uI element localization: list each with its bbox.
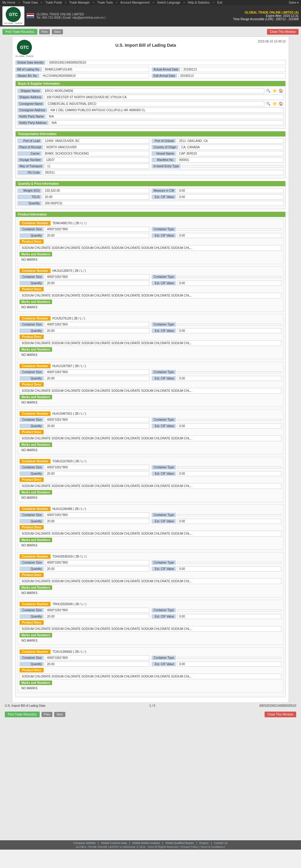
nav-tradetools[interactable]: Trade Tools (97, 1, 113, 4)
marks-value-9: NO MARKS (20, 638, 281, 643)
container-size-group-10: Container Size 4000*1001*900 (20, 655, 149, 660)
container-type-value-9 (177, 610, 281, 611)
container-size-label-1: Container Size (20, 227, 44, 231)
nav-myhome[interactable]: My Home (2, 1, 15, 4)
footer-links: Company Website | Global Customs Data | … (2, 841, 299, 844)
container-qty-group-9: Quantity 20.00 (20, 614, 149, 619)
nav-exit[interactable]: Exit (217, 1, 223, 4)
product-desc-value-3: SODIUM CHLORATE SODIUM CHLORATE SODIUM C… (20, 340, 281, 346)
port-unload-group: Port of Unload 2511: OAKLAND, CA (152, 138, 283, 144)
container-number-label-6: Container Number (20, 459, 51, 464)
container-cif-label-6: Est. CIF Value (152, 471, 176, 476)
product-desc-row-3: Product Desc SODIUM CHLORATE SODIUM CHLO… (20, 335, 281, 346)
container-cif-value-10: 0.00 (177, 661, 281, 667)
next-button-top[interactable]: Next (52, 29, 63, 34)
product-desc-row-6: Product Desc SODIUM CHLORATE SODIUM CHLO… (20, 477, 281, 489)
close-window-bottom-button[interactable]: Close This Window (265, 712, 296, 717)
shipper-name-value: ERCO WORLDWIDE (43, 88, 264, 93)
print-records-top-button[interactable]: Print Trade Record(s) (2, 29, 37, 35)
container-qty-label-6: Quantity (20, 471, 44, 476)
container-qty-group-4: Quantity 20.00 (20, 376, 149, 381)
container-size-group-7: Container Size 4000*1001*900 (20, 513, 149, 518)
container-qty-cif-row-7: Quantity 20.00 Est. CIF Value 0.00 (20, 519, 281, 524)
search-icon[interactable]: 🔍 (266, 88, 271, 93)
container-number-row-1: Container Number TEMU4881701 ( 2B / L / … (20, 221, 281, 225)
home-icon[interactable]: 🏠 (278, 88, 283, 93)
footer-link-customs[interactable]: Global Customs Data (101, 841, 127, 844)
container-size-group-1: Container Size 4000*1001*900 (20, 227, 149, 232)
marks-label-7: Marks and Numbers (20, 538, 52, 542)
edit-arrival-value: 20190213 (178, 73, 286, 79)
consignee-home-icon[interactable]: 🏠 (278, 101, 283, 106)
marks-row-4: Marks and Numbers NO MARKS (20, 395, 281, 405)
consignee-star-icon[interactable]: ⭐ (272, 101, 277, 106)
container-size-value-10: 4000*1001*900 (45, 655, 149, 660)
container-type-group-7: Container Type (152, 513, 281, 518)
container-cif-label-10: Est. CIF Value (152, 662, 176, 666)
container-size-group-2: Container Size 4000*1001*900 (20, 274, 149, 279)
container-size-label-7: Container Size (20, 513, 44, 517)
nav-account[interactable]: Account Management (121, 1, 149, 4)
consignee-search-icon[interactable]: 🔍 (266, 101, 271, 106)
bol-group: Bill of Lading No. BHMX1248F101405 (15, 67, 149, 72)
marks-value-3: NO MARKS (20, 352, 281, 357)
logo-text: GTC (9, 12, 18, 17)
transportation-body: Port of Load 12493: VANCOUVER, BC Port o… (15, 136, 286, 178)
print-records-bottom-button[interactable]: Print Trade Record(s) (5, 712, 40, 717)
product-desc-row-8: Product Desc SODIUM CHLORATE SODIUM CHLO… (20, 572, 281, 584)
container-qty-label-8: Quantity (20, 567, 44, 571)
footer-link-market[interactable]: Global Market Analysis (132, 841, 160, 844)
product-desc-row-7: Product Desc SODIUM CHLORATE SODIUM CHLO… (20, 525, 281, 536)
product-desc-label-9: Product Desc (20, 620, 44, 625)
container-qty-value-7: 20.00 (45, 519, 149, 524)
nav-language[interactable]: Switch Language (157, 1, 180, 4)
container-number-value-1: TEMU4881701 ( 2B / L / ) (53, 221, 87, 225)
nav-buttons-bottom: Prev Next (41, 712, 66, 717)
marks-row-7: Marks and Numbers NO MARKS (20, 538, 281, 548)
star-icon[interactable]: ⭐ (272, 88, 277, 93)
carrier-value: BHMX: SCHOOCKS TRUCKING (43, 151, 149, 156)
container-cif-label-8: Est. CIF Value (152, 567, 176, 571)
nav-help[interactable]: Help & Statistics (188, 1, 210, 4)
consignee-addr-label: Consignee Address (18, 108, 47, 113)
shipper-addr-label: Shipper Address (18, 95, 43, 99)
container-cif-label-7: Est. CIF Value (152, 519, 176, 524)
container-qty-value-6: 20.00 (45, 471, 149, 476)
consignee-name-row: Consignee Name COMERCIAL E INDUSTRIAL ER… (18, 101, 283, 106)
next-button-bottom[interactable]: Next (54, 712, 65, 717)
page-container: GTC GLOBAL TRADE U.S. Import Bill of Lad… (12, 36, 289, 703)
nav-tradedata[interactable]: Trade Data (23, 1, 38, 4)
notify-party-value: N/A (47, 114, 283, 119)
container-qty-label-1: Quantity (20, 233, 44, 238)
product-desc-value-5: SODIUM CHLORATE SODIUM CHLORATE SODIUM C… (20, 435, 281, 441)
buyer-supplier-section: Buyer & Supplier Information Shipper Nam… (15, 81, 286, 129)
container-number-value-6: TGBU2167820 ( 2B / L / ) (53, 460, 87, 463)
voyage-value: 12E07 (44, 157, 149, 162)
container-cif-label-4: Est. CIF Value (152, 376, 176, 381)
container-type-label-3: Container Type (152, 322, 176, 327)
marks-value-4: NO MARKS (20, 400, 281, 405)
prev-button-top[interactable]: Prev (39, 29, 50, 34)
nav-tradeportal[interactable]: Trade Portal (45, 1, 62, 4)
container-size-type-row-9: Container Size 4000*1001*900 Container T… (20, 608, 281, 613)
footer-link-enquiry[interactable]: Enquiry (200, 841, 209, 844)
consignee-addr-value: KM 1 DEL CAMINO PUBLICO ANTIGUO COLLIPUL… (48, 107, 283, 113)
footer-link-contact[interactable]: Contact Us (214, 841, 228, 844)
container-type-group-1: Container Type (152, 227, 281, 232)
flag-icon (27, 13, 34, 19)
nav-sales[interactable]: Sales ▾ (289, 1, 299, 4)
close-window-top-button[interactable]: Close This Window (267, 29, 299, 35)
product-desc-label-6: Product Desc (20, 477, 44, 482)
page-logo-subtitle: GLOBAL TRADE (15, 55, 34, 58)
page-title: U.S. Import Bill of Lading Data (34, 43, 258, 48)
container-section-6: Container Number TGBU2167820 ( 2B / L / … (18, 457, 283, 502)
container-cif-value-2: 0.00 (177, 281, 281, 286)
footer-link-buyers[interactable]: Global Qualified Buyers (166, 841, 194, 844)
quantity-price-header: Quantity & Price Information (15, 181, 286, 186)
container-cif-label-2: Est. CIF Value (152, 281, 176, 285)
marks-label-1: Marks and Numbers (20, 252, 52, 256)
prev-button-bottom[interactable]: Prev (41, 712, 53, 717)
nav-trademanager[interactable]: Trade Manager (69, 1, 90, 4)
footer-link-website[interactable]: Company Website (73, 841, 95, 844)
container-number-row-2: Container Number HKJU2130973 ( 2B / L / … (20, 269, 281, 273)
